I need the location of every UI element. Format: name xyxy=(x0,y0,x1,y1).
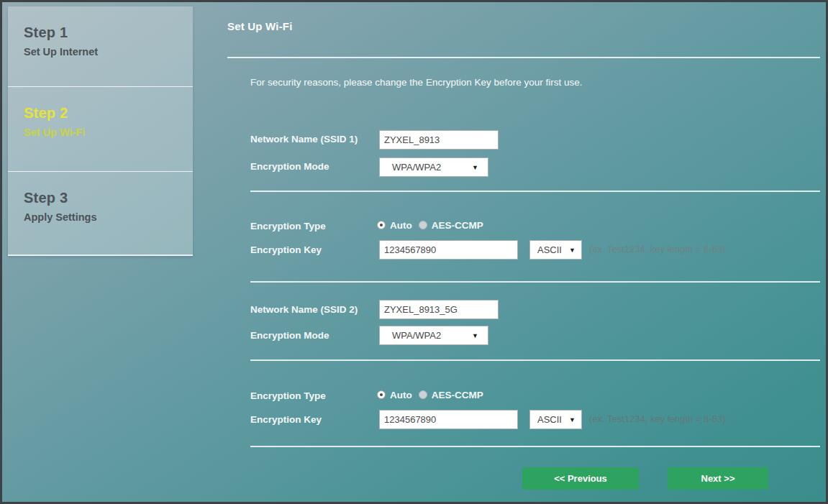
ssid1-encryption-type-label: Encryption Type xyxy=(250,221,326,232)
dropdown-arrow-icon: ▼ xyxy=(472,332,478,339)
ssid1-encryption-mode-select[interactable]: WPA/WPA2 ▼ xyxy=(379,157,488,177)
ssid2-encryption-key-label: Encryption Key xyxy=(250,414,322,425)
step2-title: Step 2 xyxy=(24,105,186,122)
step1-subtitle: Set Up Internet xyxy=(24,46,186,58)
ssid2-network-name-input[interactable] xyxy=(379,300,499,319)
section-divider xyxy=(250,359,820,361)
ssid1-network-name-label: Network Name (SSID 1) xyxy=(250,134,358,145)
ssid1-encryption-mode-label: Encryption Mode xyxy=(250,161,329,172)
ssid1-encryption-key-label: Encryption Key xyxy=(250,244,322,255)
ssid1-key-format-value: ASCII xyxy=(537,244,562,255)
ssid2-radio-auto-label: Auto xyxy=(390,390,412,400)
ssid1-radio-aes-ccmp[interactable] xyxy=(419,221,427,229)
ssid1-radio-auto[interactable] xyxy=(377,221,386,229)
sidebar-item-step3: Step 3 Apply Settings xyxy=(8,171,193,256)
previous-button[interactable]: << Previous xyxy=(522,467,639,490)
ssid1-encryption-mode-value: WPA/WPA2 xyxy=(392,162,441,173)
ssid2-encryption-type-radios: Auto AES-CCMP xyxy=(377,389,490,400)
step2-subtitle: Set Up Wi-Fi xyxy=(24,127,186,138)
ssid1-radio-auto-label: Auto xyxy=(390,220,412,231)
sidebar-item-step2-active: Step 2 Set Up Wi-Fi xyxy=(8,86,193,171)
ssid1-key-format-select[interactable]: ASCII ▼ xyxy=(529,240,582,260)
ssid2-network-name-label: Network Name (SSID 2) xyxy=(250,304,358,315)
ssid2-encryption-type-label: Encryption Type xyxy=(250,390,326,401)
dropdown-arrow-icon: ▼ xyxy=(569,247,575,254)
ssid1-radio-aes-ccmp-label: AES-CCMP xyxy=(432,220,483,231)
step1-title: Step 1 xyxy=(24,24,186,41)
ssid2-encryption-mode-select[interactable]: WPA/WPA2 ▼ xyxy=(379,326,488,345)
section-divider xyxy=(250,446,820,447)
step3-subtitle: Apply Settings xyxy=(24,211,186,223)
ssid1-key-hint: (ex. Test1234, key length = 8-63) xyxy=(589,244,725,255)
ssid2-radio-auto[interactable] xyxy=(377,390,386,399)
ssid2-encryption-mode-value: WPA/WPA2 xyxy=(392,330,441,341)
ssid1-encryption-type-radios: Auto AES-CCMP xyxy=(377,219,490,231)
step3-title: Step 3 xyxy=(24,190,186,206)
security-notice: For security reasons, please change the … xyxy=(250,77,583,88)
ssid2-radio-aes-ccmp-label: AES-CCMP xyxy=(432,390,483,400)
section-divider xyxy=(250,281,820,283)
ssid2-radio-aes-ccmp[interactable] xyxy=(419,390,427,399)
wizard-step-sidebar: Step 1 Set Up Internet Step 2 Set Up Wi-… xyxy=(8,6,193,256)
ssid1-encryption-key-input[interactable] xyxy=(379,240,518,260)
ssid2-encryption-mode-label: Encryption Mode xyxy=(250,330,329,341)
ssid2-key-format-select[interactable]: ASCII ▼ xyxy=(529,410,582,429)
dropdown-arrow-icon: ▼ xyxy=(472,164,478,171)
ssid2-encryption-key-input[interactable] xyxy=(379,410,518,429)
ssid2-key-hint: (ex. Test1234, key length = 8-63) xyxy=(589,413,725,424)
section-divider xyxy=(250,191,820,192)
sidebar-item-step1: Step 1 Set Up Internet xyxy=(8,6,193,86)
next-button[interactable]: Next >> xyxy=(668,467,768,490)
title-divider xyxy=(227,57,820,58)
ssid1-network-name-input[interactable] xyxy=(379,130,499,150)
dropdown-arrow-icon: ▼ xyxy=(569,416,575,423)
page-title: Set Up Wi-Fi xyxy=(227,20,293,32)
ssid2-key-format-value: ASCII xyxy=(537,414,562,425)
